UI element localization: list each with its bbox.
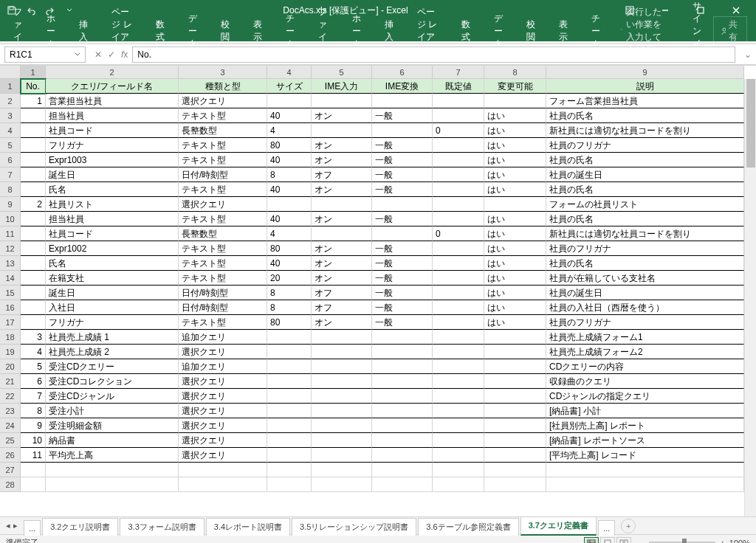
column-header[interactable]: 6	[372, 66, 433, 79]
cell[interactable]	[372, 123, 433, 138]
cell[interactable]	[312, 345, 372, 359]
ribbon-tab-4[interactable]: 数式	[151, 15, 169, 46]
cell[interactable]	[433, 374, 484, 389]
cell[interactable]	[312, 463, 372, 477]
cell[interactable]: IME変換	[372, 79, 433, 94]
cell[interactable]: オン	[312, 315, 372, 330]
cell[interactable]: IME入力	[312, 79, 372, 94]
ribbon-tab-6[interactable]: 校閲	[522, 15, 540, 46]
cell[interactable]	[267, 448, 312, 463]
cell[interactable]	[312, 359, 372, 374]
sheet-tab-ellipsis[interactable]: ...	[24, 520, 41, 536]
cell[interactable]: 社員の入社日（西暦を使う）	[546, 300, 744, 315]
cell[interactable]: 選択クエリ	[179, 374, 267, 389]
cell[interactable]: テキスト型	[179, 138, 267, 153]
cell[interactable]: サイズ	[267, 79, 312, 94]
column-headers[interactable]: 123456789	[21, 66, 744, 79]
cell[interactable]: 4	[267, 123, 312, 138]
column-header[interactable]: 9	[546, 66, 744, 79]
cell[interactable]	[267, 463, 312, 477]
cell[interactable]: はい	[484, 138, 546, 153]
cell[interactable]: 社員の氏名	[546, 212, 744, 226]
redo-button[interactable]	[41, 1, 59, 19]
cell[interactable]: 8	[267, 300, 312, 315]
cell[interactable]: Expr1003	[46, 153, 179, 167]
cell[interactable]: フリガナ	[46, 138, 179, 153]
cell[interactable]	[372, 197, 433, 212]
cell[interactable]	[433, 94, 484, 108]
sheet-tab[interactable]: 3.4レポート説明書	[206, 518, 290, 536]
cell[interactable]	[21, 212, 46, 226]
cell[interactable]: 選択クエリ	[179, 418, 267, 433]
cell[interactable]	[312, 330, 372, 345]
name-box[interactable]: R1C1	[4, 46, 86, 63]
cell[interactable]	[372, 374, 433, 389]
cell[interactable]: Expr1002	[46, 241, 179, 256]
spreadsheet-grid[interactable]: 123456789 123456789101112131415161718192…	[0, 65, 756, 516]
cell[interactable]: 選択クエリ	[179, 433, 267, 448]
cell[interactable]: 説明	[546, 79, 744, 94]
cell[interactable]	[484, 389, 546, 404]
cell[interactable]: [平均売上高] レコード	[546, 448, 744, 463]
cell[interactable]	[267, 197, 312, 212]
column-header[interactable]: 2	[46, 66, 179, 79]
cell[interactable]: 種類と型	[179, 79, 267, 94]
cell[interactable]: 社員の氏名	[546, 108, 744, 123]
cell[interactable]	[267, 94, 312, 108]
cell[interactable]	[433, 167, 484, 182]
cell[interactable]: 追加クエリ	[179, 330, 267, 345]
cell[interactable]	[372, 94, 433, 108]
cell[interactable]	[433, 330, 484, 345]
cell[interactable]	[433, 286, 484, 300]
cell[interactable]: 選択クエリ	[179, 404, 267, 418]
cell[interactable]	[484, 359, 546, 374]
cell[interactable]	[21, 271, 46, 286]
cell[interactable]: 一般	[372, 138, 433, 153]
cell[interactable]	[267, 374, 312, 389]
cell[interactable]: はい	[484, 212, 546, 226]
cell[interactable]: 新社員には適切な社員コードを割り	[546, 123, 744, 138]
cell[interactable]	[267, 404, 312, 418]
cell[interactable]: オン	[312, 108, 372, 123]
cell[interactable]: 受注小計	[46, 404, 179, 418]
cell[interactable]: はい	[484, 271, 546, 286]
cell[interactable]: テキスト型	[179, 212, 267, 226]
cell[interactable]: 社員の誕生日	[546, 167, 744, 182]
cell[interactable]: フォームの社員リスト	[546, 197, 744, 212]
select-all-corner[interactable]	[0, 66, 21, 79]
cell[interactable]	[484, 330, 546, 345]
row-header[interactable]: 17	[0, 315, 21, 330]
enter-formula-button[interactable]: ✓	[108, 49, 115, 60]
cell[interactable]: 7	[21, 389, 46, 404]
cell[interactable]: 8	[267, 167, 312, 182]
row-header[interactable]: 21	[0, 374, 21, 389]
cell[interactable]: 誕生日	[46, 286, 179, 300]
cell[interactable]	[179, 463, 267, 477]
cell[interactable]: クエリ/フィールド名	[46, 79, 179, 94]
cell[interactable]: 長整数型	[179, 226, 267, 241]
cell[interactable]	[312, 448, 372, 463]
cell[interactable]: 氏名	[46, 182, 179, 197]
sheet-tab[interactable]: 3.3フォーム説明書	[120, 518, 204, 536]
cell[interactable]	[267, 389, 312, 404]
cell[interactable]: 社員売上成績フォーム1	[546, 330, 744, 345]
cell[interactable]: オフ	[312, 167, 372, 182]
cell[interactable]	[372, 226, 433, 241]
cell[interactable]: 変更可能	[484, 79, 546, 94]
cell[interactable]: 80	[267, 138, 312, 153]
cell[interactable]: はい	[484, 167, 546, 182]
page-break-view-button[interactable]	[616, 537, 631, 544]
cell[interactable]: 5	[21, 359, 46, 374]
ribbon-tab-7[interactable]: 表示	[554, 15, 572, 46]
cell[interactable]: 40	[267, 153, 312, 167]
cell[interactable]: テキスト型	[179, 241, 267, 256]
ribbon-tab-2[interactable]: 挿入	[75, 15, 92, 46]
cell[interactable]: 在籍支社	[46, 271, 179, 286]
cell[interactable]: 長整数型	[179, 123, 267, 138]
tab-nav-next[interactable]: ▸	[13, 521, 18, 530]
cell[interactable]: 10	[21, 433, 46, 448]
add-sheet-button[interactable]: +	[621, 519, 636, 533]
column-header[interactable]: 3	[179, 66, 267, 79]
cell[interactable]	[267, 418, 312, 433]
page-layout-view-button[interactable]	[600, 537, 615, 544]
